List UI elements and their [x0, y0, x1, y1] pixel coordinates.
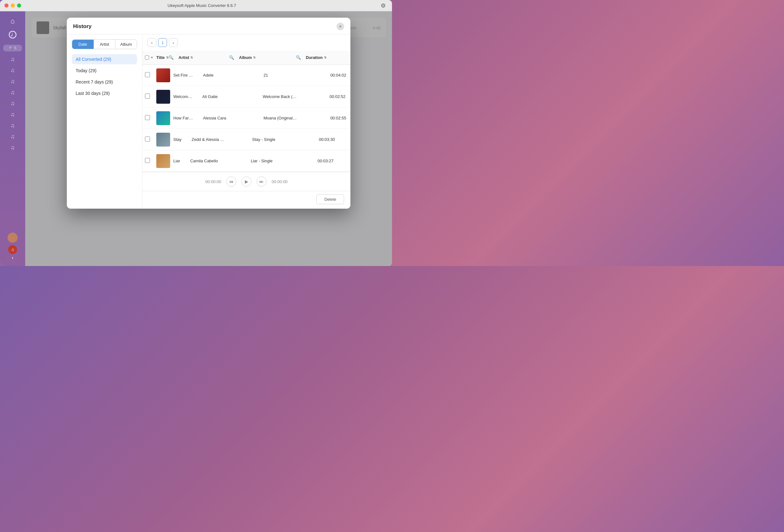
track-row: Welcom… Ali Gatie Welcome Back (… 00:02:…: [142, 86, 351, 108]
sidebar-music-3[interactable]: ♫: [9, 77, 17, 86]
track-album-4: Liar - Single: [251, 159, 308, 163]
sidebar-music-2[interactable]: ♫: [9, 65, 17, 75]
row-checkbox-2[interactable]: [145, 115, 150, 120]
track-artist-4: Camila Cabello: [190, 159, 241, 163]
duration-sort-icon[interactable]: ⇅: [324, 56, 327, 59]
sidebar-music-8[interactable]: ♫: [9, 132, 17, 141]
track-thumbnail-0: [156, 68, 170, 82]
th-duration: Duration ⇅: [306, 55, 347, 60]
tab-date[interactable]: Date: [72, 40, 94, 49]
select-all-checkbox[interactable]: [145, 55, 149, 60]
delete-button[interactable]: Delete: [316, 194, 344, 204]
dialog-title: History: [73, 23, 92, 30]
track-artist-0: Adele: [203, 73, 253, 78]
track-thumbnail-4: [156, 154, 170, 168]
track-info-3: Stay: [156, 133, 181, 146]
track-duration-4: 00:03:27: [318, 159, 351, 163]
right-tracks-panel: ‹ 1 › ▼: [142, 34, 351, 208]
sidebar-music-5[interactable]: ♫: [9, 99, 17, 108]
close-traffic-light[interactable]: [4, 3, 8, 7]
track-title-2: How Far…: [173, 116, 193, 120]
dialog-header: History ×: [67, 18, 351, 34]
tab-album[interactable]: Album: [115, 40, 137, 49]
sidebar-music-1[interactable]: ♫: [9, 55, 17, 64]
row-checkbox-3[interactable]: [145, 137, 150, 141]
app-sidebar: ⌂ ♩ 🔍 S ♫ ♫ ♫ ♫ ♫ ♫ ♫ ♫ ♫ ♫ ⬆: [0, 11, 25, 266]
track-thumbnail-3: [156, 133, 170, 146]
track-artist-1: Ali Gatie: [202, 94, 253, 99]
title-sort-icon[interactable]: ⇅: [166, 56, 169, 59]
row-checkbox-0[interactable]: [145, 72, 150, 77]
row-checkbox-area: [145, 115, 156, 121]
open-in-music-label[interactable]: ⬆: [11, 256, 14, 260]
user-avatar[interactable]: [7, 232, 18, 243]
album-search-icon[interactable]: 🔍: [296, 55, 301, 60]
track-duration-0: 00:04:02: [330, 73, 351, 78]
tracks-list: Set Fire … Adele 21 00:04:02 ▷ ⬚ 🗑 Welco…: [142, 65, 351, 172]
tab-group: Date Artist Album: [72, 39, 137, 49]
th-album: Album ⇅: [239, 55, 296, 60]
history-dialog: History × Date Artist Album: [67, 18, 351, 208]
player-prev-button[interactable]: ⏮: [226, 176, 236, 187]
dialog-close-button[interactable]: ×: [337, 23, 344, 30]
track-info-0: Set Fire …: [156, 68, 193, 82]
maximize-traffic-light[interactable]: [17, 3, 21, 7]
album-sort-icon[interactable]: ⇅: [253, 56, 256, 59]
track-row: Set Fire … Adele 21 00:04:02 ▷ ⬚ 🗑: [142, 65, 351, 86]
filter-recent-7days[interactable]: Recent 7 days (29): [72, 77, 137, 87]
th-album-search[interactable]: 🔍: [296, 55, 306, 60]
header-checkbox-area: ▼: [145, 55, 156, 60]
filter-all-converted[interactable]: All Converted (29): [72, 54, 137, 64]
track-duration-2: 00:02:55: [330, 116, 351, 120]
apple-music-logo: ♩: [8, 30, 17, 41]
th-title-search[interactable]: 🔍: [169, 55, 179, 60]
page-current-button[interactable]: 1: [158, 38, 167, 47]
left-filter-panel: Date Artist Album All Converted (29) Tod…: [67, 34, 142, 208]
tab-artist[interactable]: Artist: [94, 40, 116, 49]
sidebar-music-7[interactable]: ♫: [9, 121, 17, 131]
page-prev-button[interactable]: ‹: [147, 38, 156, 47]
artist-search-icon[interactable]: 🔍: [229, 55, 234, 60]
track-row: How Far… Alessia Cara Moana (Original… 0…: [142, 108, 351, 129]
track-album-1: Welcome Back (…: [263, 94, 319, 99]
search-bar[interactable]: 🔍 S: [3, 45, 22, 51]
modal-overlay: History × Date Artist Album: [25, 11, 392, 266]
content-area: Skyfall Adele 4:46 History ×: [25, 11, 392, 266]
player-next-button[interactable]: ⏭: [256, 176, 267, 187]
page-next-button[interactable]: ›: [169, 38, 178, 47]
titlebar: Ukeysoft Apple Music Converter 8.6.7 ⚙: [0, 0, 392, 11]
title-search-icon[interactable]: 🔍: [169, 55, 174, 60]
artist-sort-icon[interactable]: ⇅: [190, 56, 193, 59]
table-header: ▼ Title ⇅ 🔍: [142, 51, 351, 65]
row-checkbox-area: [145, 137, 156, 143]
row-checkbox-4[interactable]: [145, 158, 150, 163]
track-row: Liar Camila Cabello Liar - Single 00:03:…: [142, 150, 351, 172]
home-icon[interactable]: ⌂: [8, 15, 17, 28]
sidebar-music-6[interactable]: ♫: [9, 110, 17, 119]
svg-text:♩: ♩: [11, 32, 13, 37]
track-info-1: Welcom…: [156, 90, 192, 104]
player-time-end: 00:00:00: [272, 179, 288, 184]
row-checkbox-area: [145, 72, 156, 79]
window-title: Ukeysoft Apple Music Converter 8.6.7: [25, 3, 379, 8]
track-artist-2: Alessia Cara: [203, 116, 253, 120]
th-artist-search[interactable]: 🔍: [229, 55, 239, 60]
track-title-0: Set Fire …: [173, 73, 193, 78]
player-play-button[interactable]: ▶: [242, 176, 251, 187]
tracks-table: ▼ Title ⇅ 🔍: [142, 51, 351, 172]
player-bar: 00:00:00 ⏮ ▶ ⏭ 00:00:00: [142, 172, 351, 191]
sidebar-music-4[interactable]: ♫: [9, 88, 17, 97]
track-thumbnail-2: [156, 111, 170, 125]
bottom-bar: Delete: [142, 191, 351, 208]
add-music-icon[interactable]: ♫: [8, 245, 17, 254]
row-checkbox-1[interactable]: [145, 93, 150, 99]
th-title: Title ⇅: [156, 55, 169, 60]
filter-today[interactable]: Today (29): [72, 65, 137, 76]
sidebar-music-9[interactable]: ♫: [9, 143, 17, 152]
row-checkbox-area: [145, 158, 156, 164]
traffic-lights: [4, 3, 21, 7]
minimize-traffic-light[interactable]: [11, 3, 15, 7]
settings-icon[interactable]: ⚙: [379, 1, 388, 10]
track-thumbnail-1: [156, 90, 170, 104]
filter-last-30days[interactable]: Last 30 days (29): [72, 88, 137, 98]
